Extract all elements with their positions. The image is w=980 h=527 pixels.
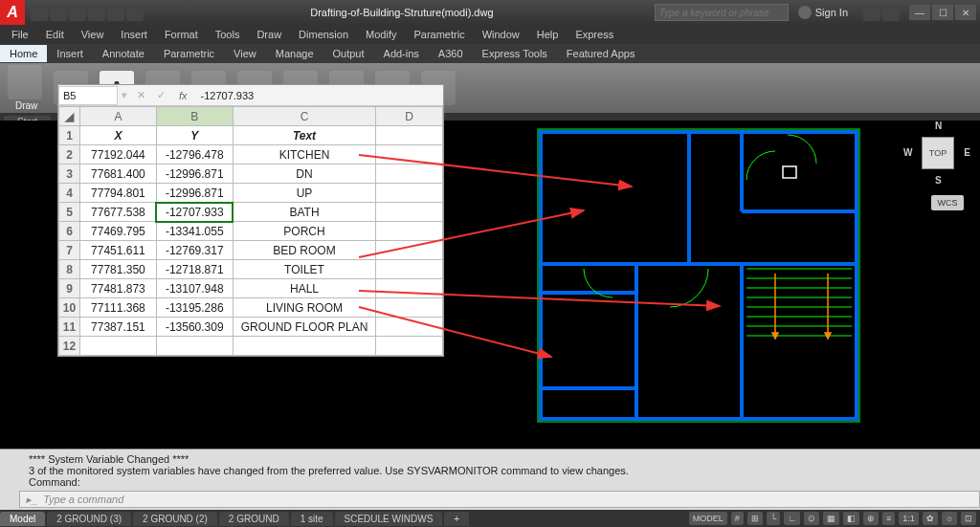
fx-accept-icon[interactable]: ✓ — [151, 89, 171, 101]
qat-redo-icon[interactable] — [107, 4, 124, 21]
viewcube-s[interactable]: S — [935, 175, 942, 186]
cell-C2[interactable]: KITCHEN — [233, 145, 376, 165]
help-icon[interactable] — [882, 4, 900, 21]
status-tool[interactable]: # — [731, 512, 744, 525]
cell-D2[interactable] — [376, 145, 443, 165]
layout-tab[interactable]: 2 GROUND — [219, 512, 289, 526]
cell-D4[interactable] — [376, 184, 443, 203]
status-tool[interactable]: ⊙ — [804, 512, 819, 525]
ribbon-tab-view[interactable]: View — [224, 45, 266, 62]
ribbon-tab-parametric[interactable]: Parametric — [154, 45, 224, 62]
status-tool[interactable]: ⊞ — [747, 512, 763, 525]
fx-icon[interactable]: fx — [171, 90, 195, 101]
row-1[interactable]: 1 — [59, 126, 80, 145]
app-logo[interactable]: A — [0, 0, 25, 25]
cell-D3[interactable] — [376, 165, 443, 184]
cell-C4[interactable]: UP — [233, 184, 376, 203]
fx-cancel-icon[interactable]: ✕ — [131, 89, 151, 101]
cell-D9[interactable] — [376, 279, 443, 298]
wcs-label[interactable]: WCS — [931, 195, 964, 210]
status-tool[interactable]: ⊡ — [961, 512, 976, 525]
col-B[interactable]: B — [156, 107, 233, 126]
cell-C7[interactable]: BED ROOM — [233, 241, 376, 260]
viewcube-e[interactable]: E — [964, 147, 970, 158]
cell-A8[interactable]: 77781.350 — [79, 260, 156, 279]
menu-help[interactable]: Help — [529, 27, 567, 42]
ribbon-tab-add-ins[interactable]: Add-ins — [374, 45, 429, 62]
spreadsheet-table[interactable]: ◢ A B C D 1 X Y Text 277192.044-12796.47… — [58, 106, 443, 356]
viewcube-w[interactable]: W — [903, 147, 912, 158]
minimize-button[interactable]: — — [909, 5, 930, 20]
status-tool[interactable]: MODEL — [689, 512, 727, 525]
cell-A2[interactable]: 77192.044 — [79, 145, 156, 165]
header-y[interactable]: Y — [156, 126, 233, 145]
cell-C6[interactable]: PORCH — [233, 222, 376, 241]
qat-undo-icon[interactable] — [88, 4, 105, 21]
menu-file[interactable]: File — [4, 27, 36, 42]
qat-save-icon[interactable] — [69, 4, 86, 21]
ribbon-tab-annotate[interactable]: Annotate — [93, 45, 154, 62]
ribbon-tab-insert[interactable]: Insert — [47, 45, 93, 62]
row-4[interactable]: 4 — [59, 184, 80, 203]
cell-D6[interactable] — [376, 222, 443, 241]
col-C[interactable]: C — [233, 107, 376, 126]
row-10[interactable]: 10 — [59, 298, 80, 318]
line-tool-icon[interactable] — [8, 65, 42, 99]
cell-D7[interactable] — [376, 241, 443, 260]
row-3[interactable]: 3 — [59, 165, 80, 184]
ribbon-tab-featured-apps[interactable]: Featured Apps — [557, 45, 645, 62]
cell-A4[interactable]: 77794.801 — [79, 184, 156, 203]
menu-tools[interactable]: Tools — [208, 27, 248, 42]
viewcube-top[interactable]: TOP — [922, 137, 954, 169]
select-all-cell[interactable]: ◢ — [59, 107, 80, 126]
qat-print-icon[interactable] — [126, 4, 144, 21]
viewcube-n[interactable]: N — [935, 121, 942, 131]
cell-B6[interactable]: -13341.055 — [156, 222, 233, 241]
menu-format[interactable]: Format — [157, 27, 206, 42]
command-input[interactable]: ▸_Type a command — [19, 491, 980, 508]
qat-new-icon[interactable] — [31, 4, 48, 21]
menu-view[interactable]: View — [74, 27, 112, 42]
status-tool[interactable]: ☼ — [942, 512, 957, 525]
formula-bar[interactable]: -12707.933 — [195, 90, 443, 101]
layout-tab[interactable]: + — [444, 512, 469, 526]
signin-button[interactable]: Sign In — [789, 6, 858, 19]
exchange-icon[interactable] — [863, 4, 880, 21]
status-tool[interactable]: ∟ — [784, 512, 800, 525]
cell-B7[interactable]: -12769.317 — [156, 241, 233, 260]
close-button[interactable]: ✕ — [955, 5, 976, 20]
status-tool[interactable]: ⊕ — [863, 512, 879, 525]
name-box[interactable]: B5 — [58, 86, 118, 105]
menu-edit[interactable]: Edit — [38, 27, 72, 42]
menu-dimension[interactable]: Dimension — [291, 27, 356, 42]
status-tool[interactable]: ≡ — [882, 512, 895, 525]
cell-A11[interactable]: 77387.151 — [79, 318, 156, 337]
cell-A7[interactable]: 77451.611 — [79, 241, 156, 260]
ribbon-tab-manage[interactable]: Manage — [266, 45, 323, 62]
cell-A10[interactable]: 77111.368 — [79, 298, 156, 318]
cell-C9[interactable]: HALL — [233, 279, 376, 298]
menu-draw[interactable]: Draw — [249, 27, 289, 42]
cell-B10[interactable]: -13195.286 — [156, 298, 233, 318]
cell-B5[interactable]: -12707.933 — [156, 203, 233, 222]
layout-tab[interactable]: 2 GROUND (2) — [133, 512, 217, 526]
cell-C11[interactable]: GROUND FLOOR PLAN — [233, 318, 376, 337]
cell-C5[interactable]: BATH — [233, 203, 376, 222]
row-7[interactable]: 7 — [59, 241, 80, 260]
cell-B11[interactable]: -13560.309 — [156, 318, 233, 337]
cell-B9[interactable]: -13107.948 — [156, 279, 233, 298]
cell-D10[interactable] — [376, 298, 443, 318]
menu-window[interactable]: Window — [475, 27, 527, 42]
header-x[interactable]: X — [79, 126, 156, 145]
col-D[interactable]: D — [376, 107, 443, 126]
menu-modify[interactable]: Modify — [358, 27, 404, 42]
ribbon-tab-a360[interactable]: A360 — [429, 45, 473, 62]
cell-D8[interactable] — [376, 260, 443, 279]
cell-A3[interactable]: 77681.400 — [79, 165, 156, 184]
status-tool[interactable]: ✿ — [923, 512, 938, 525]
cell-A5[interactable]: 77677.538 — [79, 203, 156, 222]
menu-parametric[interactable]: Parametric — [406, 27, 472, 42]
row-5[interactable]: 5 — [59, 203, 80, 222]
cell-D5[interactable] — [376, 203, 443, 222]
status-tool[interactable]: └ — [767, 512, 780, 525]
